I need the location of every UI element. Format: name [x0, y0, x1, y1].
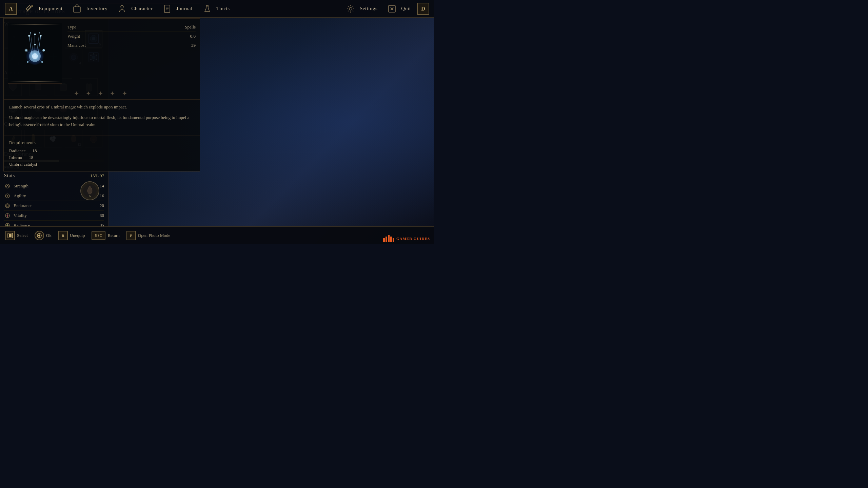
return-key-btn: ESC [92, 231, 105, 240]
radiance-label: Radiance [14, 223, 94, 226]
nav-character[interactable]: Character [112, 0, 157, 17]
svg-rect-3 [164, 5, 170, 13]
svg-point-76 [34, 44, 36, 45]
stat-vitality: Vitality 30 [4, 211, 104, 221]
unequip-key-btn: R [58, 231, 68, 240]
nav-tincts[interactable]: Tincts [197, 0, 234, 17]
stat-type-row: Type Spells [67, 23, 196, 32]
equipment-icon [24, 3, 35, 14]
image-border-top [9, 24, 60, 25]
nav-quit[interactable]: Quit [381, 3, 415, 14]
requirements-radiance-row: Radiance 18 [9, 148, 194, 154]
stats-level: LVL 97 [91, 173, 104, 179]
unequip-label: Unequip [70, 233, 85, 238]
nav-settings-label: Settings [360, 6, 377, 12]
req-radiance-label: Radiance [9, 148, 25, 154]
svg-point-72 [39, 32, 40, 33]
nav-inventory[interactable]: Inventory [66, 0, 112, 17]
detail-stats: Type Spells Weight 0.0 Mana cost 39 [67, 23, 196, 84]
bottom-bar: Select Ok R Unequip ESC Return P Open Ph… [0, 226, 434, 244]
svg-point-8 [349, 7, 352, 10]
stat-mana-row: Mana cost 39 [67, 41, 196, 50]
requirements-title: Requirements [9, 140, 194, 145]
item-description: Launch several orbs of Umbral magic whic… [4, 99, 200, 136]
svg-point-69 [28, 35, 30, 37]
svg-point-73 [40, 35, 42, 37]
req-inferno-value: 18 [29, 155, 33, 160]
requirements-inferno-row: Inferno 18 [9, 155, 194, 160]
stats-title: Stats [4, 173, 15, 179]
description-para2: Umbral magic can be devastatingly injuri… [9, 114, 194, 128]
gg-bar-2 [386, 237, 387, 242]
req-inferno: Inferno 18 [9, 155, 33, 160]
action-unequip[interactable]: R Unequip [58, 231, 85, 240]
vitality-icon [4, 212, 11, 219]
nav-key-a: A [5, 3, 17, 15]
nav-inventory-label: Inventory [86, 6, 107, 12]
stats-header: Stats LVL 97 [4, 173, 104, 179]
endurance-label: Endurance [14, 203, 94, 208]
svg-point-2 [121, 5, 123, 8]
nav-journal[interactable]: Journal [157, 0, 197, 17]
action-ok[interactable]: Ok [35, 231, 52, 240]
journal-icon [162, 3, 173, 14]
req-inferno-label: Inferno [9, 155, 22, 160]
strength-icon [4, 183, 11, 189]
svg-rect-54 [6, 205, 8, 207]
select-key-btn [5, 231, 15, 240]
agility-icon [4, 192, 11, 199]
tincts-icon [202, 3, 213, 14]
return-label: Return [107, 233, 119, 238]
radiance-value: 35 [94, 223, 104, 226]
svg-point-86 [38, 235, 40, 237]
radiance-icon [4, 222, 11, 226]
nav-quit-label: Quit [401, 6, 411, 12]
description-para1: Launch several orbs of Umbral magic whic… [9, 104, 194, 111]
gamer-guides-text: GAMER GUIDES [396, 237, 430, 241]
spell-orb-visual [15, 33, 55, 74]
character-icon [117, 3, 127, 14]
req-radiance-value: 18 [32, 148, 37, 154]
endurance-value: 20 [94, 203, 104, 208]
nav-settings[interactable]: Settings [340, 3, 381, 14]
item-detail-panel: Barrage of Echoes [3, 3, 200, 171]
nav-tincts-label: Tincts [216, 6, 230, 12]
svg-point-71 [34, 34, 36, 35]
req-umbral: Umbral catalyst [9, 162, 194, 167]
spell-image [8, 23, 62, 84]
gamer-guides-logo: GAMER GUIDES [383, 235, 430, 242]
gg-bar-3 [388, 235, 390, 242]
top-navbar: A Equipment Inventory Character [0, 0, 434, 18]
action-photo-mode[interactable]: P Open Photo Mode [126, 231, 170, 240]
stat-endurance: Endurance 20 [4, 201, 104, 211]
nav-journal-label: Journal [176, 6, 193, 12]
svg-point-70 [30, 32, 31, 33]
nav-character-label: Character [131, 6, 153, 12]
gg-bar-5 [393, 238, 394, 242]
inventory-icon [72, 3, 82, 14]
ok-label: Ok [46, 233, 52, 238]
action-return[interactable]: ESC Return [92, 231, 119, 240]
nav-equipment-label: Equipment [39, 6, 62, 12]
requirements-section: Requirements Radiance 18 Inferno 18 Umbr… [4, 136, 200, 171]
nav-equipment[interactable]: Equipment [19, 0, 66, 17]
ok-key-btn [35, 231, 44, 240]
photo-key-btn: P [126, 231, 136, 240]
mana-cost-value: 39 [191, 43, 196, 48]
vitality-value: 30 [94, 213, 104, 218]
svg-point-53 [5, 204, 9, 208]
type-label: Type [67, 24, 76, 30]
mana-cost-label: Mana cost [67, 43, 86, 48]
quit-icon [387, 3, 397, 14]
action-select[interactable]: Select [5, 231, 28, 240]
svg-point-0 [31, 5, 33, 7]
character-avatar: 5 [80, 181, 99, 200]
image-border-bottom [9, 81, 60, 82]
weight-value: 0.0 [190, 34, 196, 39]
vitality-label: Vitality [14, 213, 94, 218]
gg-bar-1 [383, 238, 385, 242]
detail-body: Type Spells Weight 0.0 Mana cost 39 [4, 19, 200, 88]
svg-text:5: 5 [89, 194, 91, 198]
req-radiance: Radiance 18 [9, 148, 37, 154]
settings-icon [345, 3, 356, 14]
